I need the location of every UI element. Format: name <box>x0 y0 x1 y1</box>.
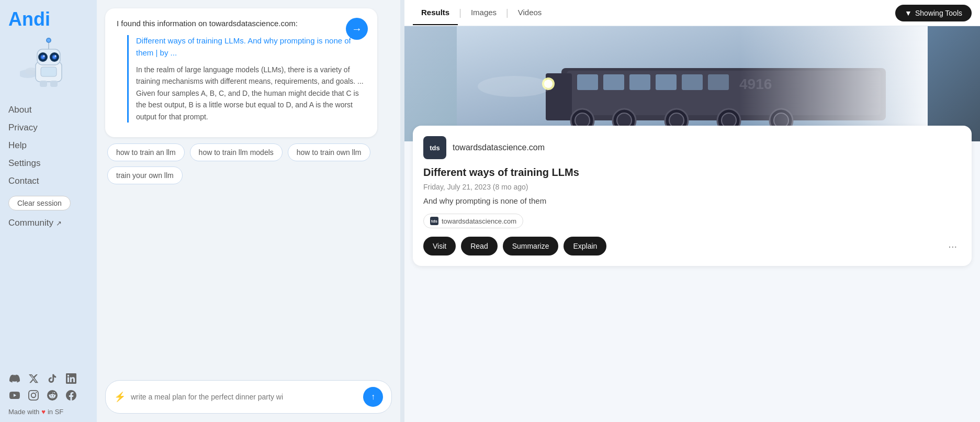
result-card: tds towardsdatascience.com Different way… <box>413 126 972 266</box>
svg-rect-18 <box>40 81 47 87</box>
sidebar-nav: About Privacy Help Settings Contact Clea… <box>8 103 88 372</box>
summarize-button[interactable]: Summarize <box>503 237 559 256</box>
sidebar-item-help[interactable]: Help <box>8 138 88 153</box>
external-link-icon: ↗ <box>56 219 62 227</box>
reddit-icon[interactable] <box>46 389 59 402</box>
explain-button[interactable]: Explain <box>564 237 606 256</box>
made-with-text: Made with ♥ in SF <box>8 408 88 416</box>
visit-button[interactable]: Visit <box>423 237 456 256</box>
sidebar-item-community[interactable]: Community ↗ <box>8 216 88 230</box>
youtube-icon[interactable] <box>8 389 21 402</box>
source-icon: tds <box>423 136 446 159</box>
clear-session-button[interactable]: Clear session <box>8 196 71 210</box>
train-hero-image: 4916 <box>404 26 980 141</box>
svg-point-6 <box>47 39 50 42</box>
results-content: 4916 <box>404 26 980 422</box>
chat-message-bubble: I found this information on towardsdatas… <box>105 8 377 137</box>
chat-intro-text: I found this information on towardsdatas… <box>117 19 366 28</box>
suggestion-chip-0[interactable]: how to train an llm <box>107 143 185 161</box>
chat-input-bar: ⚡ ↑ <box>105 380 392 414</box>
sidebar-item-contact[interactable]: Contact <box>8 174 88 188</box>
instagram-icon[interactable] <box>27 389 40 402</box>
source-domain: towardsdatascience.com <box>453 143 545 152</box>
action-buttons: Visit Read Summarize Explain ··· <box>423 237 961 256</box>
read-button[interactable]: Read <box>461 237 497 256</box>
tab-videos[interactable]: Videos <box>510 1 550 25</box>
sidebar-item-privacy[interactable]: Privacy <box>8 120 88 135</box>
svg-rect-45 <box>457 26 928 141</box>
result-subtitle: And why prompting is none of them <box>423 196 961 205</box>
sidebar-item-about[interactable]: About <box>8 103 88 117</box>
svg-rect-19 <box>50 81 58 87</box>
twitter-icon[interactable] <box>27 372 40 385</box>
tiktok-icon[interactable] <box>46 372 59 385</box>
chat-arrow-button[interactable]: → <box>346 18 368 40</box>
sidebar-item-settings[interactable]: Settings <box>8 156 88 171</box>
send-button[interactable]: ↑ <box>363 387 383 407</box>
app-logo: Andi <box>8 8 88 30</box>
linkedin-icon[interactable] <box>65 372 77 385</box>
robot-illustration <box>8 35 88 92</box>
discord-icon[interactable] <box>8 372 21 385</box>
article-block: Different ways of training LLMs. And why… <box>127 35 366 123</box>
panel-divider <box>400 0 404 422</box>
suggestion-chip-2[interactable]: how to train own llm <box>288 143 370 161</box>
facebook-icon[interactable] <box>65 389 77 402</box>
heart-icon: ♥ <box>41 408 46 416</box>
chat-area: I found this information on towardsdatas… <box>97 0 400 422</box>
lightning-icon: ⚡ <box>114 391 126 403</box>
sidebar: Andi <box>0 0 97 422</box>
social-icons <box>8 372 88 402</box>
svg-rect-17 <box>41 67 57 76</box>
more-options-button[interactable]: ··· <box>944 238 961 254</box>
source-badge-icon: tds <box>430 217 438 225</box>
results-panel: Results | Images | Videos ▼ Showing Tool… <box>404 0 980 422</box>
svg-point-15 <box>43 55 44 57</box>
article-snippet: In the realm of large language models (L… <box>136 64 366 123</box>
result-date: Friday, July 21, 2023 (8 mo ago) <box>423 183 961 191</box>
suggestion-chip-1[interactable]: how to train llm models <box>190 143 283 161</box>
tab-divider-2: | <box>505 7 510 18</box>
result-title: Different ways of training LLMs <box>423 166 961 179</box>
tab-results[interactable]: Results <box>413 1 458 25</box>
tab-images[interactable]: Images <box>463 1 505 25</box>
results-tabs-bar: Results | Images | Videos ▼ Showing Tool… <box>404 0 980 26</box>
suggestions-container: how to train an llm how to train llm mod… <box>105 143 392 184</box>
source-badge: tds towardsdatascience.com <box>423 214 523 228</box>
article-title-link[interactable]: Different ways of training LLMs. And why… <box>136 35 366 59</box>
svg-point-16 <box>54 55 56 57</box>
source-header: tds towardsdatascience.com <box>423 136 961 159</box>
tab-divider-1: | <box>458 7 463 18</box>
showing-tools-button[interactable]: ▼ Showing Tools <box>895 5 972 21</box>
suggestion-chip-3[interactable]: train your own llm <box>107 166 183 184</box>
chat-input[interactable] <box>131 393 358 401</box>
chevron-down-icon: ▼ <box>905 9 912 17</box>
